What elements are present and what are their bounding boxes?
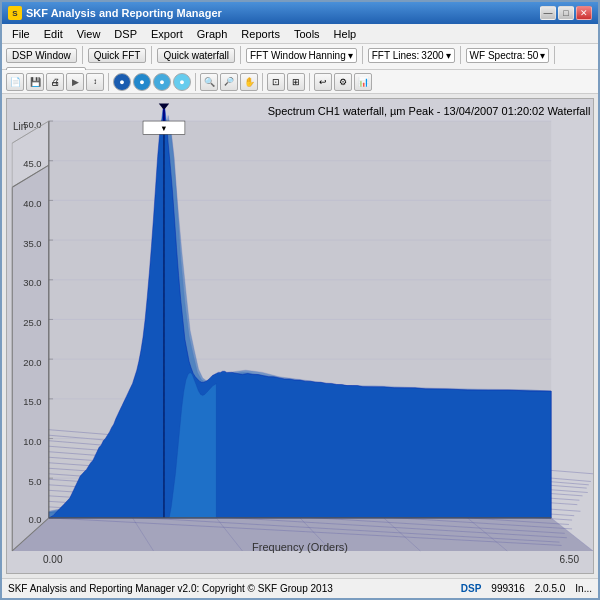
tb-paste[interactable]: ⊞ (287, 73, 305, 91)
tb-btn-2[interactable]: 💾 (26, 73, 44, 91)
svg-text:40.0: 40.0 (23, 198, 41, 209)
menu-file[interactable]: File (6, 27, 36, 41)
menu-reports[interactable]: Reports (235, 27, 286, 41)
status-bar: SKF Analysis and Reporting Manager v2.0:… (2, 578, 598, 598)
sep2 (151, 46, 152, 64)
svg-text:35.0: 35.0 (23, 237, 41, 248)
waterfall-svg: 0.0 5.0 10.0 15.0 20.0 25.0 30.0 35.0 40… (7, 99, 593, 573)
tb-btn-1[interactable]: 📄 (6, 73, 24, 91)
status-dsp: DSP (461, 583, 482, 594)
chart-title: Spectrum CH1 waterfall, µm Peak - 13/04/… (268, 105, 591, 117)
svg-text:10.0: 10.0 (23, 436, 41, 447)
sep1 (82, 46, 83, 64)
title-bar: S SKF Analysis and Reporting Manager — □… (2, 2, 598, 24)
sep4 (362, 46, 363, 64)
title-bar-left: S SKF Analysis and Reporting Manager (8, 6, 222, 20)
tb-btn-color1[interactable]: ● (113, 73, 131, 91)
sep-tb2c (262, 73, 263, 91)
status-right: DSP 999316 2.0.5.0 In... (461, 583, 592, 594)
menu-edit[interactable]: Edit (38, 27, 69, 41)
toolbar-secondary: 📄 💾 🖨 ▶ ↕ ● ● ● ● 🔍 🔎 ✋ ⊡ ⊞ ↩ ⚙ 📊 (2, 70, 598, 94)
wf-spectra-value: 50 (527, 50, 538, 61)
main-content: Spectrum CH1 waterfall, µm Peak - 13/04/… (2, 94, 598, 578)
sep-tb2 (108, 73, 109, 91)
tb-settings[interactable]: ⚙ (334, 73, 352, 91)
svg-text:15.0: 15.0 (23, 396, 41, 407)
sep-tb2b (195, 73, 196, 91)
tb-btn-color2[interactable]: ● (133, 73, 151, 91)
svg-text:25.0: 25.0 (23, 317, 41, 328)
status-version: 2.0.5.0 (535, 583, 566, 594)
dsp-window-button[interactable]: DSP Window (6, 48, 77, 63)
fft-lines-dropdown[interactable]: FFT Lines: 3200 ▾ (368, 48, 455, 63)
main-window: S SKF Analysis and Reporting Manager — □… (0, 0, 600, 600)
x-min-label: 0.00 (43, 554, 62, 565)
menu-bar: File Edit View DSP Export Graph Reports … (2, 24, 598, 44)
quick-fft-button[interactable]: Quick FFT (88, 48, 147, 63)
y-axis-lin-label: Lin (13, 121, 26, 132)
wf-spectra-label: WF Spectra: (470, 50, 526, 61)
menu-graph[interactable]: Graph (191, 27, 234, 41)
svg-text:45.0: 45.0 (23, 158, 41, 169)
fft-window-value: Hanning (308, 50, 345, 61)
fft-lines-value: 3200 (421, 50, 443, 61)
sep5 (460, 46, 461, 64)
svg-text:5.0: 5.0 (28, 476, 41, 487)
window-title: SKF Analysis and Reporting Manager (26, 7, 222, 19)
sep-tb2d (309, 73, 310, 91)
wf-spectra-dropdown[interactable]: WF Spectra: 50 ▾ (466, 48, 550, 63)
sep3 (240, 46, 241, 64)
sep6 (554, 46, 555, 64)
menu-help[interactable]: Help (328, 27, 363, 41)
svg-text:▼: ▼ (160, 124, 167, 133)
status-extra: In... (575, 583, 592, 594)
tb-btn-color3[interactable]: ● (153, 73, 171, 91)
status-text: SKF Analysis and Reporting Manager v2.0:… (8, 583, 333, 594)
menu-dsp[interactable]: DSP (108, 27, 143, 41)
fft-window-dropdown[interactable]: FFT Window Hanning ▾ (246, 48, 357, 63)
menu-export[interactable]: Export (145, 27, 189, 41)
fft-lines-label: FFT Lines: (372, 50, 420, 61)
fft-window-label: FFT Window (250, 50, 307, 61)
svg-text:20.0: 20.0 (23, 357, 41, 368)
tb-btn-5[interactable]: ↕ (86, 73, 104, 91)
svg-text:30.0: 30.0 (23, 277, 41, 288)
fft-window-arrow[interactable]: ▾ (348, 50, 353, 61)
app-icon: S (8, 6, 22, 20)
tb-copy[interactable]: ⊡ (267, 73, 285, 91)
tb-undo[interactable]: ↩ (314, 73, 332, 91)
tb-zoom-in[interactable]: 🔍 (200, 73, 218, 91)
minimize-button[interactable]: — (540, 6, 556, 20)
tb-chart[interactable]: 📊 (354, 73, 372, 91)
x-axis-label: Frequency (Orders) (252, 541, 348, 553)
window-controls: — □ ✕ (540, 6, 592, 20)
menu-tools[interactable]: Tools (288, 27, 326, 41)
menu-view[interactable]: View (71, 27, 107, 41)
tb-btn-color4[interactable]: ● (173, 73, 191, 91)
x-max-label: 6.50 (560, 554, 579, 565)
wf-spectra-arrow[interactable]: ▾ (540, 50, 545, 61)
chart-container[interactable]: Spectrum CH1 waterfall, µm Peak - 13/04/… (6, 98, 594, 574)
tb-hand[interactable]: ✋ (240, 73, 258, 91)
quick-waterfall-button[interactable]: Quick waterfall (157, 48, 235, 63)
toolbar-primary: DSP Window Quick FFT Quick waterfall FFT… (2, 44, 598, 70)
tb-btn-3[interactable]: 🖨 (46, 73, 64, 91)
fft-lines-arrow[interactable]: ▾ (446, 50, 451, 61)
status-code: 999316 (491, 583, 524, 594)
close-button[interactable]: ✕ (576, 6, 592, 20)
svg-text:0.0: 0.0 (28, 514, 41, 525)
tb-btn-4[interactable]: ▶ (66, 73, 84, 91)
tb-zoom-out[interactable]: 🔎 (220, 73, 238, 91)
maximize-button[interactable]: □ (558, 6, 574, 20)
